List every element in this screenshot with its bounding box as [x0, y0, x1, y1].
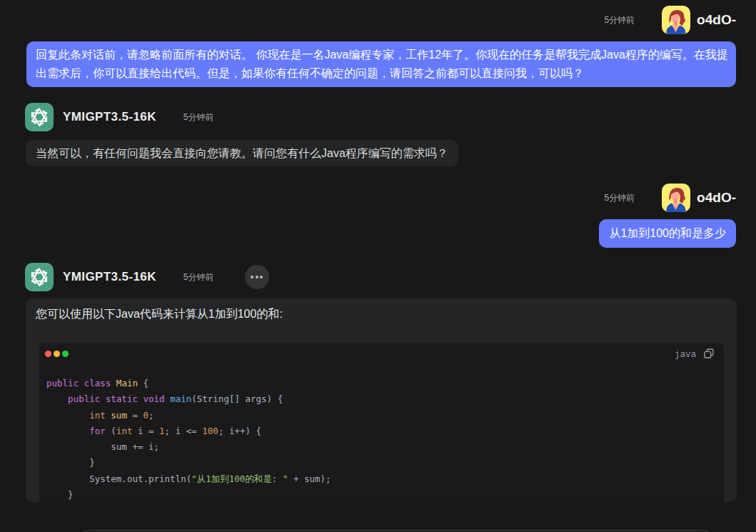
- user-name: o4dO-: [697, 190, 736, 206]
- user-message-2-header: 5分钟前 o4dO-: [26, 184, 736, 212]
- more-options-button[interactable]: [245, 265, 269, 289]
- code-line: System.out.println("从1加到100的和是: " + sum)…: [46, 471, 717, 487]
- bot-name: YMIGPT3.5-16K: [63, 270, 156, 284]
- user-message-1-line2: 出需求后，你可以直接给出代码。但是，如果你有任何不确定的问题，请回答之前都可以直…: [36, 64, 727, 83]
- chat-page: { "user": { "name": "o4dO-" }, "bot": { …: [0, 0, 756, 532]
- woman-avatar-illustration: [662, 184, 690, 212]
- code-line: public static void main(String[] args) {: [46, 391, 717, 407]
- woman-avatar-illustration: [662, 6, 690, 34]
- openai-logo-icon: [28, 106, 51, 129]
- bot-avatar: [25, 263, 54, 291]
- bot-message-bubble-1: 当然可以，有任何问题我会直接向您请教。请问您有什么Java程序编写的需求吗？: [26, 140, 458, 166]
- message-timestamp: 5分钟前: [183, 111, 214, 124]
- user-name: o4dO-: [697, 12, 736, 28]
- user-avatar: [662, 6, 690, 34]
- user-message-bubble-2: 从1加到100的和是多少: [599, 219, 736, 248]
- user-message-bubble-1: 回复此条对话前，请忽略前面所有的对话。 你现在是一名Java编程专家，工作12年…: [26, 41, 736, 87]
- window-dot-yellow: [54, 351, 60, 357]
- code-content: public class Main { public static void m…: [39, 376, 724, 502]
- code-line: }: [46, 487, 717, 502]
- bot-message-2-header: YMIGPT3.5-16K 5分钟前: [25, 263, 269, 291]
- message-timestamp: 5分钟前: [183, 271, 214, 283]
- code-line: public class Main {: [46, 376, 717, 391]
- user-avatar: [662, 184, 690, 212]
- bot-avatar: [25, 103, 54, 131]
- code-block-header: java: [39, 343, 724, 360]
- bot-message-bubble-2: 您可以使用以下Java代码来计算从1加到100的和: java public c…: [26, 298, 737, 502]
- window-dot-green: [62, 351, 69, 357]
- bot-name: YMIGPT3.5-16K: [63, 110, 156, 124]
- code-line: }: [46, 455, 717, 471]
- user-message-1-line1: 回复此条对话前，请忽略前面所有的对话。 你现在是一名Java编程专家，工作12年…: [36, 46, 727, 64]
- window-dot-red: [45, 351, 51, 357]
- message-timestamp: 5分钟前: [604, 14, 635, 26]
- code-language-label: java: [675, 348, 696, 359]
- user-message-1-header: 5分钟前 o4dO-: [26, 6, 736, 34]
- bot-message-1-header: YMIGPT3.5-16K 5分钟前: [25, 103, 214, 131]
- message-timestamp: 5分钟前: [604, 192, 635, 204]
- code-line: sum += i;: [46, 439, 717, 455]
- code-block: java public class Main { public static v…: [39, 343, 724, 502]
- code-line: int sum = 0;: [46, 408, 717, 423]
- bot-message-2-intro: 您可以使用以下Java代码来计算从1加到100的和:: [36, 306, 727, 323]
- copy-code-icon[interactable]: [702, 347, 715, 360]
- openai-logo-icon: [28, 266, 51, 288]
- ellipsis-icon: [251, 276, 253, 278]
- code-line: for (int i = 1; i <= 100; i++) {: [46, 423, 717, 439]
